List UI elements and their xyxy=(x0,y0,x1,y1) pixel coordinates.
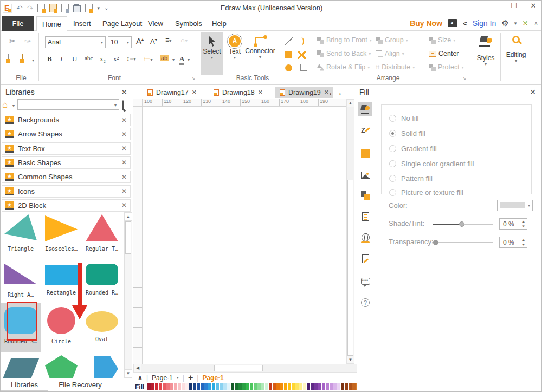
shape-isosceles-[interactable]: Isosceles… xyxy=(43,214,79,252)
palette-swatch[interactable] xyxy=(337,383,340,390)
font-size-combobox[interactable]: 10▾ xyxy=(108,36,132,48)
add-page-button[interactable]: + xyxy=(188,373,193,383)
page-dropdown-caret-icon[interactable]: ▾ xyxy=(177,375,179,380)
library-item-arrow-shapes[interactable]: ★Arrow Shapes✕ xyxy=(2,128,131,140)
slider-thumb[interactable] xyxy=(433,240,438,245)
crop-tool-icon[interactable] xyxy=(300,64,307,71)
palette-swatch[interactable] xyxy=(261,383,264,390)
presentation-icon[interactable] xyxy=(448,19,457,27)
radio-icon[interactable] xyxy=(389,175,396,182)
palette-swatch[interactable] xyxy=(147,383,151,390)
page-tab-active[interactable]: Page-1 xyxy=(202,374,223,382)
palette-swatch[interactable] xyxy=(273,383,276,390)
underline-button[interactable]: U xyxy=(72,55,77,63)
bullet-list-icon[interactable]: ≔▾ xyxy=(144,55,153,63)
palette-swatch[interactable] xyxy=(185,383,189,390)
help-icon[interactable]: ? xyxy=(358,296,372,310)
ellipse-tool-icon[interactable] xyxy=(285,64,292,71)
protect-button[interactable]: Protect▾ xyxy=(429,62,464,72)
minimize-button[interactable]: – xyxy=(488,2,500,10)
palette-swatch[interactable] xyxy=(326,383,329,390)
search-icon[interactable] xyxy=(122,100,124,110)
text-tool-button[interactable]: A Text ▾ xyxy=(224,32,246,75)
strikethrough-button[interactable]: abc xyxy=(85,55,93,61)
tab-file[interactable]: File xyxy=(2,16,34,31)
library-item-close-icon[interactable]: ✕ xyxy=(121,159,127,166)
pagebar-collapse-icon[interactable]: ∧ xyxy=(138,374,143,381)
library-item-close-icon[interactable]: ✕ xyxy=(121,173,127,181)
tab-close-icon[interactable]: ✕ xyxy=(258,89,263,96)
shape-oval[interactable]: Oval xyxy=(84,307,120,342)
palette-swatch[interactable] xyxy=(163,383,166,390)
palette-swatch[interactable] xyxy=(151,383,154,390)
connector-tool-button[interactable]: Connector ▾ xyxy=(243,32,277,75)
fill-panel-close-icon[interactable]: ✕ xyxy=(530,88,536,96)
palette-swatch[interactable] xyxy=(352,383,356,390)
palette-swatch[interactable] xyxy=(216,383,219,390)
palette-swatch[interactable] xyxy=(276,383,280,390)
spinner-arrows-icon[interactable]: ▲▼ xyxy=(522,219,525,229)
subscript-button[interactable]: x₂ xyxy=(100,55,106,63)
library-item-basic-shapes[interactable]: ★Basic Shapes✕ xyxy=(2,156,131,169)
paste-icon[interactable] xyxy=(22,54,23,62)
select-tool-button[interactable]: Select ▾ xyxy=(201,32,223,75)
center-button[interactable]: Center xyxy=(429,49,459,58)
font-family-combobox[interactable]: Arial▾ xyxy=(45,36,106,48)
transparency-spinner[interactable]: 0 % ▲▼ xyxy=(499,237,527,248)
palette-swatch[interactable] xyxy=(311,383,314,390)
option-single-color-gradient-fill[interactable]: Single color gradient fill xyxy=(389,160,474,168)
slider-thumb[interactable] xyxy=(459,221,464,227)
palette-swatch[interactable] xyxy=(212,383,215,390)
library-item-icons[interactable]: ★Icons✕ xyxy=(2,185,131,198)
library-item-close-icon[interactable]: ✕ xyxy=(121,116,127,124)
font-color-caret-icon[interactable]: ▾ xyxy=(188,57,190,62)
library-search-field[interactable] xyxy=(18,100,110,109)
palette-swatch[interactable] xyxy=(155,383,158,390)
shade-tint-spinner[interactable]: 0 % ▲▼ xyxy=(499,218,527,230)
palette-swatch[interactable] xyxy=(292,383,295,390)
search-caret-icon[interactable]: ▾ xyxy=(114,103,117,108)
tab-close-icon[interactable]: ✕ xyxy=(192,89,197,96)
palette-swatch[interactable] xyxy=(254,383,257,390)
option-picture-texture-fill[interactable]: Picture or texture fill xyxy=(389,188,463,197)
rotate-flip-button[interactable]: Rotate & Flip▾ xyxy=(317,62,370,72)
close-button[interactable]: ✕ xyxy=(527,2,539,10)
align-button[interactable]: Align▾ xyxy=(376,49,404,58)
collapse-ribbon-icon[interactable]: ∧ xyxy=(534,20,538,27)
palette-swatch[interactable] xyxy=(330,383,333,390)
arrange-dialog-launcher-icon[interactable]: ↘ xyxy=(462,75,467,81)
library-scrollbar[interactable]: ▲ ▼ xyxy=(124,212,132,378)
palette-swatch[interactable] xyxy=(333,383,337,390)
libraries-close-icon[interactable]: ✕ xyxy=(121,88,127,96)
palette-swatch[interactable] xyxy=(227,383,230,390)
palette-swatch[interactable] xyxy=(314,383,318,390)
arc-tool-icon[interactable] xyxy=(299,37,304,45)
hyperlink-globe-icon[interactable] xyxy=(358,230,372,244)
scroll-down-icon[interactable]: ▼ xyxy=(125,369,132,377)
palette-swatch[interactable] xyxy=(257,383,261,390)
palette-swatch[interactable] xyxy=(295,383,299,390)
palette-swatch[interactable] xyxy=(242,383,246,390)
scroll-thumb[interactable] xyxy=(347,180,353,356)
text-arc-icon[interactable]: ∩▾ xyxy=(180,36,188,44)
palette-swatch[interactable] xyxy=(197,383,200,390)
tab-drawing19[interactable]: Drawing19 ✕ xyxy=(275,87,333,98)
palette-swatch[interactable] xyxy=(220,383,223,390)
scroll-left-icon[interactable]: ◀ xyxy=(134,364,141,372)
shape-right-a-[interactable]: Right A… xyxy=(3,260,38,298)
tab-home[interactable]: Home xyxy=(36,16,67,31)
palette-swatch[interactable] xyxy=(223,383,227,390)
palette-swatch[interactable] xyxy=(208,383,211,390)
palette-swatch[interactable] xyxy=(250,383,253,390)
highlight-icon[interactable]: ab xyxy=(160,55,169,61)
canvas-vertical-scrollbar[interactable]: ▲ ▼ xyxy=(346,99,354,364)
bottom-tab-libraries[interactable]: Libraries xyxy=(1,378,48,391)
tab-symbols[interactable]: Symbols xyxy=(170,16,208,31)
palette-swatch[interactable] xyxy=(166,383,170,390)
library-item-common-shapes[interactable]: ★Common Shapes✕ xyxy=(2,171,131,183)
option-no-fill[interactable]: No fill xyxy=(389,114,419,122)
library-item-text-box[interactable]: ★Text Box✕ xyxy=(2,142,131,155)
italic-button[interactable]: I xyxy=(60,55,62,63)
scroll-down-icon[interactable]: ▼ xyxy=(347,356,354,363)
radio-icon[interactable] xyxy=(389,160,396,167)
